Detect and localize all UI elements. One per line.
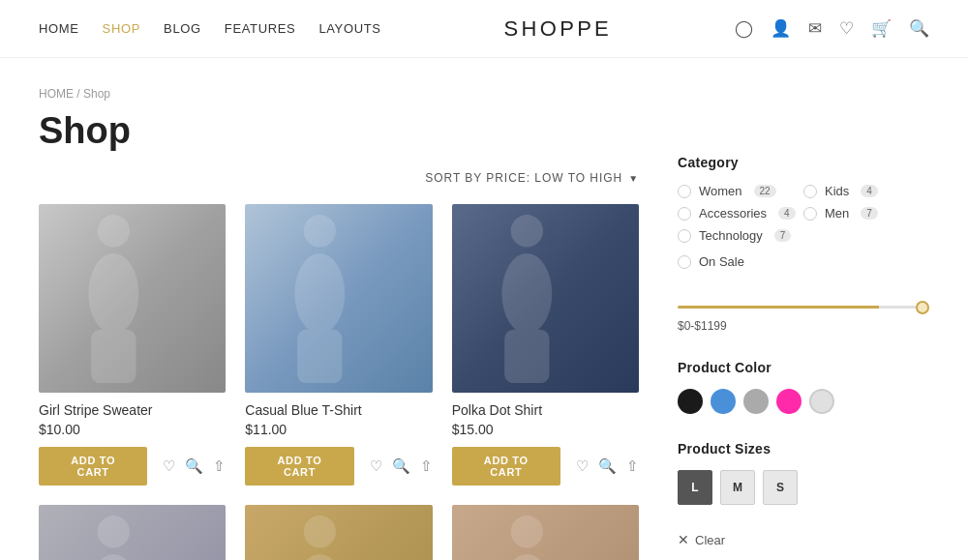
svg-rect-5 [298, 330, 343, 384]
mail-icon[interactable]: ✉ [808, 18, 822, 39]
on-sale-radio[interactable] [678, 255, 691, 269]
wishlist-icon[interactable]: ♡ [576, 457, 589, 475]
svg-point-10 [88, 554, 138, 560]
share-icon[interactable]: ⇧ [420, 457, 433, 475]
svg-point-13 [295, 554, 346, 560]
category-men: Men 7 [803, 206, 929, 221]
zoom-icon[interactable]: 🔍 [598, 457, 617, 475]
product-price: $11.00 [245, 422, 432, 437]
product-image [452, 505, 639, 560]
share-icon[interactable]: ⇧ [213, 457, 226, 475]
search-icon[interactable]: 🔍 [909, 18, 929, 39]
color-black[interactable] [678, 389, 703, 414]
product-price: $15.00 [452, 422, 639, 437]
product-card [452, 505, 639, 560]
category-kids-radio[interactable] [803, 185, 817, 198]
sort-bar: SORT BY PRICE: LOW TO HIGH ▼ [39, 171, 639, 185]
nav-layouts[interactable]: LAYOUTS [318, 21, 380, 36]
content-area: HOME / Shop Shop SORT BY PRICE: LOW TO H… [39, 58, 639, 560]
product-image [39, 505, 226, 560]
product-card: Polka Dot Shirt$15.00ADD TO CART♡🔍⇧ [452, 204, 639, 486]
product-actions: ADD TO CART♡🔍⇧ [39, 447, 226, 486]
sort-dropdown[interactable]: SORT BY PRICE: LOW TO HIGH ▼ [425, 171, 639, 185]
category-accessories-label: Accessories [699, 206, 767, 221]
svg-point-15 [510, 516, 542, 547]
price-range-section: $0-$1199 [678, 296, 929, 333]
product-card [245, 505, 432, 560]
product-card: Girl Stripe Sweater$10.00ADD TO CART♡🔍⇧ [39, 204, 226, 486]
category-technology: Technology 7 [678, 228, 929, 243]
action-icons: ♡🔍⇧ [163, 457, 226, 475]
nav-features[interactable]: FEATURES [225, 21, 296, 36]
clear-x-icon: ✕ [678, 532, 689, 547]
clear-label: Clear [695, 533, 725, 547]
svg-rect-8 [504, 330, 549, 384]
category-men-radio[interactable] [803, 207, 817, 221]
on-sale-row: On Sale [678, 254, 929, 269]
action-icons: ♡🔍⇧ [370, 457, 433, 475]
zoom-icon[interactable]: 🔍 [185, 457, 203, 475]
product-color-section: Product Color [678, 360, 929, 414]
price-range-slider[interactable] [678, 306, 929, 309]
color-pink[interactable] [776, 389, 802, 414]
product-image [39, 204, 226, 393]
nav-icon-group: ◯ 👤 ✉ ♡ 🛒 🔍 [735, 18, 929, 39]
color-light-gray[interactable] [809, 389, 834, 414]
svg-point-12 [304, 516, 336, 547]
cart-icon[interactable]: 🛒 [871, 18, 892, 39]
product-actions: ADD TO CART♡🔍⇧ [452, 447, 639, 486]
size-S[interactable]: S [763, 470, 798, 505]
category-technology-count: 7 [774, 229, 792, 242]
on-sale-label: On Sale [699, 254, 744, 269]
product-card [39, 505, 226, 560]
page-title: Shop [39, 110, 639, 152]
category-technology-label: Technology [699, 228, 763, 243]
category-kids-count: 4 [861, 185, 878, 197]
product-actions: ADD TO CART♡🔍⇧ [245, 447, 432, 486]
breadcrumb-home[interactable]: HOME [39, 87, 74, 101]
svg-point-7 [501, 253, 552, 334]
clear-button[interactable]: ✕ Clear [678, 532, 725, 547]
add-to-cart-button[interactable]: ADD TO CART [452, 447, 560, 486]
category-accessories-radio[interactable] [678, 207, 691, 221]
sort-label-text: SORT BY PRICE: LOW TO HIGH [425, 171, 622, 185]
size-L[interactable]: L [678, 470, 712, 505]
nav-blog[interactable]: BLOG [164, 21, 201, 36]
nav-home[interactable]: HOME [39, 21, 79, 36]
breadcrumb-separator: / [76, 87, 83, 101]
location-icon[interactable]: ◯ [735, 18, 753, 39]
action-icons: ♡🔍⇧ [576, 457, 639, 475]
svg-point-9 [98, 516, 130, 547]
breadcrumb-current: Shop [83, 87, 110, 101]
site-logo: SHOPPE [504, 16, 613, 42]
product-sizes-title: Product Sizes [678, 441, 929, 457]
product-color-title: Product Color [678, 360, 929, 375]
product-price: $10.00 [39, 422, 226, 437]
category-accessories: Accessories 4 [678, 206, 803, 221]
user-icon[interactable]: 👤 [771, 18, 791, 39]
category-men-count: 7 [861, 207, 878, 220]
nav-shop[interactable]: SHOP [103, 21, 140, 36]
wishlist-icon[interactable]: ♡ [163, 457, 175, 475]
sidebar: Category Women 22 Kids 4 Accessories 4 [678, 58, 929, 560]
wishlist-icon[interactable]: ♡ [370, 457, 382, 475]
category-section: Category Women 22 Kids 4 Accessories 4 [678, 155, 929, 269]
product-grid: Girl Stripe Sweater$10.00ADD TO CART♡🔍⇧C… [39, 204, 639, 560]
wishlist-icon[interactable]: ♡ [839, 18, 854, 39]
category-women: Women 22 [678, 184, 803, 198]
product-name: Girl Stripe Sweater [39, 402, 226, 418]
category-kids: Kids 4 [803, 184, 929, 198]
category-accessories-count: 4 [778, 207, 796, 220]
navbar: HOME SHOP BLOG FEATURES LAYOUTS SHOPPE ◯… [0, 0, 968, 58]
main-container: HOME / Shop Shop SORT BY PRICE: LOW TO H… [0, 58, 968, 560]
share-icon[interactable]: ⇧ [626, 457, 639, 475]
color-blue[interactable] [711, 389, 736, 414]
add-to-cart-button[interactable]: ADD TO CART [245, 447, 353, 486]
svg-point-6 [510, 215, 542, 247]
category-women-radio[interactable] [678, 185, 691, 198]
zoom-icon[interactable]: 🔍 [392, 457, 410, 475]
category-technology-radio[interactable] [678, 229, 691, 243]
color-gray[interactable] [743, 389, 769, 414]
size-M[interactable]: M [720, 470, 755, 505]
add-to-cart-button[interactable]: ADD TO CART [39, 447, 147, 486]
